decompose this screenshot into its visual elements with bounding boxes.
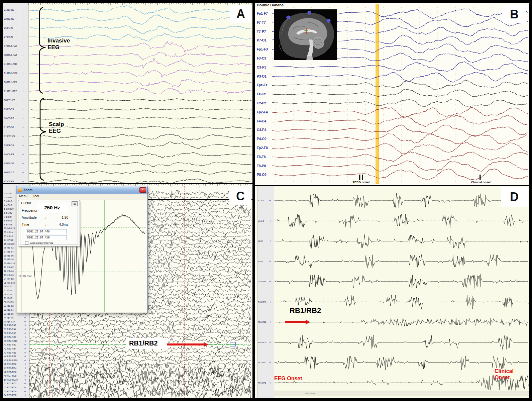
clinical-onset-mark <box>480 175 481 180</box>
scale-marker-icon: ⊣ <box>24 386 26 389</box>
eeg-trace <box>29 321 251 329</box>
channel-label: 15 lc9-lc10 <box>4 243 14 245</box>
timeline-strip: EEG Onset Clinical onset <box>274 391 529 396</box>
time-field-1[interactable]: 0001.21:04:446 <box>26 229 67 234</box>
eeg-trace <box>272 62 528 71</box>
channel-label: 12 lc3-lc4 <box>4 231 13 233</box>
channel-label: Fp1-F7 <box>257 12 268 15</box>
channel-label: 91 P3-O1 <box>4 126 14 129</box>
amplitude-label: Amplitude <box>22 216 43 219</box>
channel-label: 44 RB7-RB8 <box>4 355 16 358</box>
channel-label: P4-O2 <box>257 137 267 141</box>
scalp-electrode-dot <box>287 16 290 19</box>
eeg-trace <box>275 193 528 208</box>
eeg-trace <box>272 134 528 144</box>
amplitude-row: Amplitude : 1.90 <box>20 214 78 221</box>
channel-label: 26 lf1-lf2 <box>4 27 13 29</box>
channel-label: 47 RC3-RC4 <box>4 367 16 369</box>
channel-label: F8-T8 <box>257 156 266 159</box>
time-value: 4.0ms <box>48 223 76 226</box>
eeg-trace <box>29 6 251 14</box>
channel-label: 4 la7-la8 <box>4 204 12 206</box>
eeg-trace <box>275 335 528 350</box>
eeg-trace <box>275 356 528 370</box>
time-label: Time <box>22 223 43 226</box>
eeg-trace <box>29 15 251 24</box>
channel-label: 20 ld9-ld10 <box>4 262 15 265</box>
channel-label: P7-O1 <box>257 39 267 42</box>
scale-marker-icon: ⊣ <box>24 367 26 369</box>
group-label-line: Scalp <box>49 121 64 128</box>
scale-marker-icon: ⊣ <box>24 382 26 385</box>
channel-label: RB1-RB2 <box>258 321 266 323</box>
channel-label: 41 RB1-RB2 <box>4 343 16 346</box>
channel-label: 2 la3-la4 <box>4 196 12 199</box>
menu-item-tool[interactable]: Tool <box>33 194 39 200</box>
scale-marker-icon: ⊣ <box>24 316 26 319</box>
channel-label: 16 ld1-ld2 <box>4 246 14 249</box>
lock-cursor-checkbox[interactable] <box>25 241 28 244</box>
eeg-onset-label: EEG Onset <box>274 375 302 382</box>
channel-label: 25 le9-le10 <box>4 282 15 284</box>
channel-label: 27 lf3-lf4 <box>4 289 12 292</box>
menu-item-menu[interactable]: Menu <box>19 194 27 200</box>
eeg-trace <box>275 274 528 288</box>
scale-marker-icon: ⊣ <box>269 361 271 364</box>
channel-label: 36 RA1-RA2 <box>4 324 16 326</box>
scale-marker-icon: ⊣ <box>24 340 26 342</box>
channel-label: 13 lc5-lc6 <box>4 235 13 237</box>
cursor-panel-button[interactable]: ⊞ <box>72 201 78 206</box>
clinical-onset-label: Clinical onset <box>462 181 499 184</box>
scale-marker-icon: ⊣ <box>22 153 24 156</box>
eeg-trace <box>29 317 251 324</box>
time-field-2[interactable]: 0001.21:04:450 <box>26 235 67 240</box>
scale-marker-icon: ⊣ <box>22 126 24 128</box>
channel-label: 61 RF1-RF2 <box>4 90 17 93</box>
channel-label: 5 la9-la10 <box>4 208 14 210</box>
channel-label: 38 RA5-RA6 <box>4 54 17 57</box>
panel-d: le1-le2⊣le2-le3⊣lf1-lf2⊣lf2-lf3⊣RA3-RA4⊣… <box>255 186 529 398</box>
zoom-dialog-title: Zoom <box>23 188 139 192</box>
channel-label: Fz-Cz <box>257 93 266 96</box>
channel-label: le2-le3 <box>258 220 264 222</box>
channel-label: 37 RA3-RA4 <box>4 45 17 47</box>
channel-label: 56 RE1-RE2 <box>4 81 17 84</box>
scale-marker-icon: ⊣ <box>269 199 271 202</box>
eeg-trace <box>29 134 251 140</box>
channel-label: 26 lf1-lf2 <box>4 285 12 288</box>
scale-marker-icon: ⊣ <box>22 72 24 74</box>
scale-marker-icon: ⊣ <box>269 240 271 242</box>
scale-marker-icon: ⊣ <box>24 359 26 362</box>
eeg-trace <box>272 161 528 171</box>
panel-b: Fp1-F7F7-T7T7-P7P7-O1Fp1-F3F3-C3C3-P3P3-… <box>255 3 529 185</box>
scale-marker-icon: ⊣ <box>22 162 24 165</box>
scale-marker-icon: ⊣ <box>22 90 24 92</box>
eeg-traces-b <box>255 3 529 185</box>
scale-marker-icon: ⊣ <box>24 390 26 393</box>
panel-c-letter: C <box>229 187 251 205</box>
zoom-dialog-titlebar[interactable]: Zoom × <box>16 186 147 194</box>
channel-label: T7-P7 <box>257 30 266 33</box>
close-icon[interactable]: × <box>139 187 146 193</box>
channel-label: 3 la5-la6 <box>4 200 12 202</box>
channel-label: 22 le3-le4 <box>4 270 14 272</box>
scale-marker-icon: ⊣ <box>24 336 26 338</box>
eeg-trace <box>29 70 251 78</box>
channel-label: 38 RA5-RA6 <box>4 332 16 334</box>
eeg-trace <box>275 214 528 228</box>
channel-label: 14 lc7-lc8 <box>4 239 13 241</box>
channel-label: RA3-RA4 <box>258 281 266 283</box>
feeg-onset-label: FEEG onset <box>343 181 380 184</box>
channel-label: 19 ld7-ld8 <box>4 258 14 261</box>
channel-label: 6 lb1-lb2 <box>4 212 12 214</box>
channel-label: 90 C3-P3 <box>4 117 14 120</box>
eeg-trace <box>29 153 251 158</box>
scale-marker-icon: ⊣ <box>24 379 26 381</box>
figure-root: 21 le1-le2⊣22 le2-le3⊣26 lf1-lf2⊣27 lf2-… <box>0 0 532 401</box>
channel-label: 35 lg9-lg10 <box>4 320 15 323</box>
channel-label: Cz-Pz <box>257 102 266 105</box>
channel-label: F3-C3 <box>257 57 266 60</box>
scale-marker-icon: ⊣ <box>22 27 24 29</box>
scale-marker-icon: ⊣ <box>22 99 24 101</box>
eeg-trace <box>272 99 528 107</box>
